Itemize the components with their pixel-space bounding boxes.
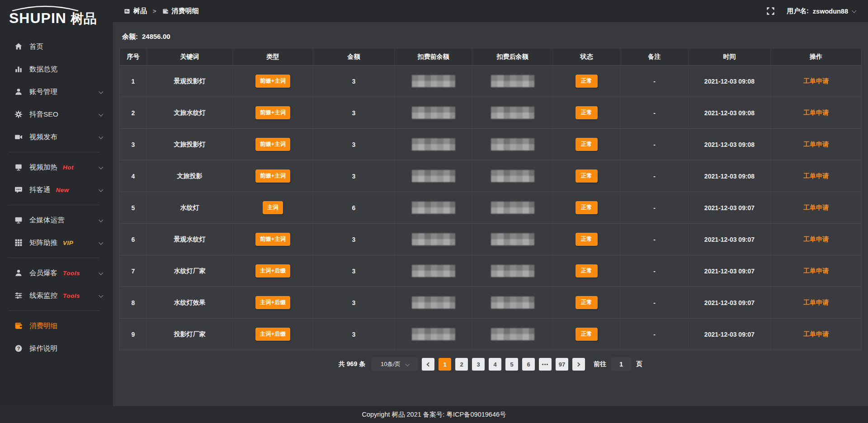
time-cell: 2021-12-03 09:07: [689, 319, 771, 350]
chevron-down-icon: [99, 164, 103, 169]
chevron-down-icon: [405, 362, 410, 366]
page-button-3[interactable]: 3: [472, 358, 485, 371]
keyword-cell: 水纹灯: [147, 192, 233, 224]
prev-page-button[interactable]: [422, 358, 434, 371]
time-cell: 2021-12-03 09:07: [689, 192, 771, 224]
chevron-down-icon: [99, 270, 103, 275]
page-button-97[interactable]: 97: [556, 358, 568, 371]
masked-balance: [412, 138, 455, 150]
remark-cell: -: [621, 255, 689, 287]
jump-page-input[interactable]: [611, 357, 631, 371]
page-button-5[interactable]: 5: [505, 358, 518, 371]
next-page-button[interactable]: [572, 358, 585, 371]
balance-before-cell: [395, 129, 472, 160]
jump-label: 前往: [594, 360, 606, 368]
balance-after-cell: [472, 319, 553, 350]
chevron-down-icon: [99, 89, 103, 94]
sidebar-item-16[interactable]: ?操作说明: [0, 337, 113, 360]
sidebar-item-7[interactable]: 抖客通New: [0, 179, 113, 201]
amount-cell: 3: [313, 160, 395, 192]
sidebar: SHUPIN 树品 首页数据总览账号管理抖音SEO视频发布视频加热Hot抖客通N…: [0, 0, 113, 406]
sidebar-item-label: 抖客通: [29, 185, 51, 195]
time-cell: 2021-12-03 09:07: [689, 224, 771, 255]
keyword-cell: 景观投影灯: [147, 66, 233, 97]
app-logo[interactable]: SHUPIN 树品: [0, 0, 113, 31]
sidebar-divider: [8, 152, 99, 152]
amount-cell: 3: [313, 224, 395, 255]
page-footer: Copyright 树品 2021 备案号: 粤ICP备09019646号: [0, 406, 868, 423]
row-index-cell: 2: [120, 97, 147, 129]
masked-balance: [491, 233, 534, 245]
action-cell: 工单申请: [771, 129, 862, 160]
type-cell: 主词: [233, 192, 313, 224]
ticket-request-link[interactable]: 工单申请: [803, 299, 829, 306]
table-row: 7水纹灯厂家主词+后缀3正常-2021-12-03 09:07工单申请: [120, 255, 862, 287]
sidebar-item-2[interactable]: 账号管理: [0, 80, 113, 103]
question-icon: ?: [14, 344, 23, 352]
sidebar-item-3[interactable]: 抖音SEO: [0, 103, 113, 126]
sidebar-item-0[interactable]: 首页: [0, 35, 113, 58]
page-button-2[interactable]: 2: [455, 358, 468, 371]
row-index-cell: 1: [120, 66, 147, 97]
keyword-cell: 景观水纹灯: [147, 224, 233, 255]
ticket-request-link[interactable]: 工单申请: [803, 141, 829, 148]
status-badge: 正常: [576, 296, 598, 309]
chat-icon: [14, 186, 23, 194]
keyword-cell: 文旅水纹灯: [147, 97, 233, 129]
balance-after-cell: [472, 97, 553, 129]
ticket-request-link[interactable]: 工单申请: [803, 77, 829, 85]
row-index-cell: 3: [120, 129, 147, 160]
amount-cell: 3: [313, 129, 395, 160]
user-icon: [14, 88, 23, 96]
sidebar-item-13[interactable]: 线索监控Tools: [0, 284, 113, 307]
table-row: 5水纹灯主词6正常-2021-12-03 09:07工单申请: [120, 192, 862, 224]
breadcrumb-item-home[interactable]: 树品: [124, 7, 147, 15]
fullscreen-icon[interactable]: [767, 7, 774, 15]
username-value: zswodun88: [813, 8, 848, 15]
page-size-select[interactable]: 10条/页: [372, 357, 418, 371]
sidebar-item-9[interactable]: 全媒体运营: [0, 209, 113, 231]
ticket-request-link[interactable]: 工单申请: [803, 267, 829, 274]
sidebar-item-label: 账号管理: [29, 87, 57, 97]
sidebar-item-15[interactable]: 消费明细: [0, 315, 113, 337]
ticket-request-link[interactable]: 工单申请: [803, 172, 829, 179]
sidebar-item-10[interactable]: 矩阵助推VIP: [0, 231, 113, 254]
status-badge: 正常: [576, 264, 598, 277]
breadcrumb-separator: >: [153, 8, 156, 14]
page-button-1[interactable]: 1: [439, 358, 451, 371]
time-cell: 2021-12-03 09:08: [689, 160, 771, 192]
status-badge: 正常: [576, 75, 598, 88]
sidebar-item-4[interactable]: 视频发布: [0, 126, 113, 148]
status-badge: 正常: [576, 201, 598, 214]
page-button-6[interactable]: 6: [522, 358, 535, 371]
ticket-request-link[interactable]: 工单申请: [803, 109, 829, 116]
masked-balance: [412, 328, 455, 340]
sidebar-item-label: 全媒体运营: [29, 216, 65, 225]
sidebar-item-1[interactable]: 数据总览: [0, 58, 113, 80]
ticket-request-link[interactable]: 工单申请: [803, 330, 829, 338]
type-cell: 前缀+主词: [233, 66, 313, 97]
column-header-0: 序号: [120, 48, 147, 66]
topbar: 树品 > 消费明细 用户名: zswodun88: [113, 0, 868, 23]
remark-cell: -: [621, 319, 689, 350]
sidebar-item-6[interactable]: 视频加热Hot: [0, 156, 113, 179]
balance-before-cell: [395, 255, 472, 287]
sidebar-item-12[interactable]: 会员爆客Tools: [0, 262, 113, 284]
masked-balance: [412, 233, 455, 245]
ticket-request-link[interactable]: 工单申请: [803, 235, 829, 243]
table-row: 4文旅投影前缀+主词3正常-2021-12-03 09:08工单申请: [120, 160, 862, 192]
sidebar-item-label: 视频加热: [29, 163, 57, 172]
sidebar-item-label: 消费明细: [29, 321, 57, 331]
chevron-left-icon: [427, 362, 431, 367]
page-content: 余额:24856.00 序号关键词类型金额扣费前余额扣费后余额状态备注时间操作 …: [113, 23, 868, 406]
member-icon: [14, 269, 23, 277]
page-buttons: 123456•••97: [439, 358, 568, 371]
type-cell: 前缀+主词: [233, 224, 313, 255]
chevron-down-icon: [99, 293, 103, 297]
monitor-icon: [14, 216, 23, 224]
ticket-request-link[interactable]: 工单申请: [803, 204, 829, 211]
user-menu[interactable]: 用户名: zswodun88: [787, 7, 856, 15]
status-badge: 正常: [576, 233, 598, 246]
page-button-4[interactable]: 4: [489, 358, 501, 371]
ellipsis-button[interactable]: •••: [539, 358, 552, 371]
